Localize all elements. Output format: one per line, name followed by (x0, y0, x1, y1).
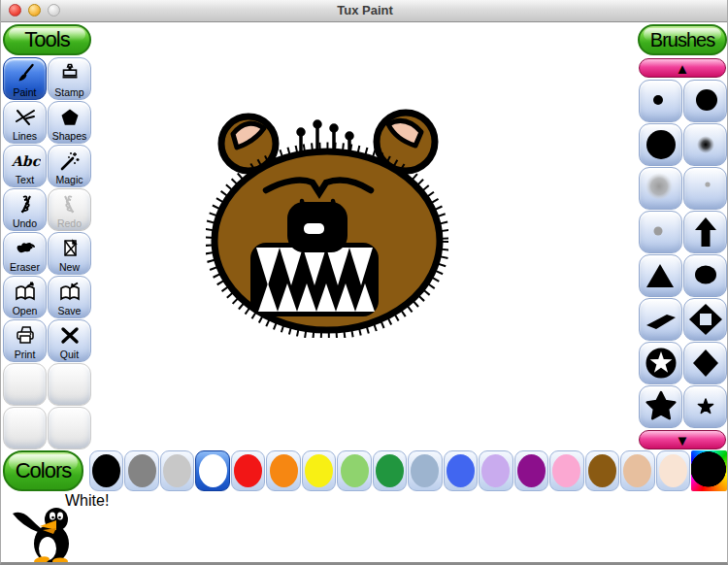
brush-dot-small-grey-icon (644, 216, 678, 249)
brush-blur-large-grey[interactable] (639, 167, 682, 210)
color-light-grey[interactable] (160, 450, 194, 491)
brush-triangle[interactable] (639, 254, 682, 297)
save-book-icon (57, 281, 83, 304)
color-pink[interactable] (549, 450, 583, 491)
brush-diamond-solid[interactable] (683, 342, 727, 384)
brush-dot-tiny-grey-icon (688, 172, 723, 205)
tool-label: Magic (49, 174, 90, 185)
color-yellow[interactable] (302, 450, 336, 491)
tool-slot-empty (3, 363, 47, 406)
brush-triangle-icon (644, 259, 678, 292)
brush-dot-small-icon (644, 84, 678, 117)
brushes-scroll-down-button[interactable]: ▼ (639, 430, 726, 449)
tool-label: Print (4, 349, 46, 360)
color-black[interactable] (89, 450, 123, 491)
tool-label: New (49, 261, 90, 273)
pentagon-icon (57, 106, 83, 129)
brush-blur-large-grey-icon (644, 172, 678, 205)
brush-arrow-up-icon (688, 216, 723, 249)
magic-wand-icon (57, 150, 83, 173)
brush-diamond-hollow-icon (688, 303, 723, 336)
tool-slot-empty (48, 363, 91, 406)
tool-text-button[interactable]: Abc Text (3, 145, 47, 187)
brush-slanted-bar-icon (644, 303, 678, 336)
tool-label: Paint (4, 86, 46, 98)
titlebar: Tux Paint (1, 0, 728, 22)
abc-text-icon: Abc (10, 150, 41, 173)
color-lavender[interactable] (479, 450, 513, 491)
tuxpaint-window: Tux Paint (0, 0, 728, 565)
color-dark-grey[interactable] (124, 450, 158, 491)
tools-panel-label: Tools (24, 27, 69, 52)
rainbow-color-picker[interactable] (691, 450, 727, 491)
tool-label: Shapes (49, 130, 90, 142)
tool-label: Undo (4, 217, 46, 229)
color-light-green[interactable] (337, 450, 371, 491)
tool-undo-button[interactable]: Undo (3, 188, 47, 231)
brush-diamond-solid-icon (688, 347, 723, 380)
tool-lines-button[interactable]: Lines (3, 101, 47, 144)
arrow-up-icon: ▲ (676, 61, 690, 76)
tool-paint-button[interactable]: Paint (3, 57, 47, 100)
brushes-scroll-up-button[interactable]: ▲ (639, 58, 726, 78)
brush-dot-xlarge-icon (644, 128, 678, 161)
paintbrush-icon (13, 62, 38, 85)
color-red[interactable] (231, 450, 265, 491)
color-blue[interactable] (444, 450, 478, 491)
brush-dot-fuzzy[interactable] (683, 123, 727, 166)
colors-panel-header: Colors (3, 450, 83, 491)
brush-dot-small-grey[interactable] (639, 211, 682, 253)
tool-label: Eraser (4, 261, 46, 273)
tool-redo-button[interactable]: Redo (48, 188, 91, 231)
tool-save-button[interactable]: Save (48, 276, 91, 318)
tool-label: Lines (4, 130, 46, 142)
brush-starfish[interactable] (639, 385, 682, 428)
tool-stamp-button[interactable]: Stamp (48, 57, 91, 100)
tool-eraser-button[interactable]: Eraser (3, 232, 47, 275)
brush-star-small[interactable] (683, 385, 727, 428)
brush-arrow-up[interactable] (683, 211, 727, 253)
eraser-icon (13, 237, 38, 260)
tux-mascot-image (5, 507, 90, 563)
brush-dot-xlarge[interactable] (639, 123, 682, 166)
brush-oval[interactable] (683, 254, 727, 297)
bear-drawing (206, 105, 448, 338)
tools-grid: Paint Stamp Lines Shapes (3, 57, 91, 449)
brush-star-in-circle-icon (644, 347, 678, 380)
tool-shapes-button[interactable]: Shapes (48, 101, 91, 144)
open-book-icon (13, 281, 38, 304)
drawing-canvas[interactable] (94, 22, 636, 449)
color-white-selected[interactable] (195, 450, 229, 491)
color-dark-green[interactable] (373, 450, 407, 491)
brush-dot-small[interactable] (639, 80, 682, 122)
brush-dot-large[interactable] (683, 80, 727, 122)
tool-new-button[interactable]: New (48, 232, 91, 275)
tool-slot-empty (48, 407, 91, 449)
quit-x-icon (57, 324, 83, 348)
brush-oval-icon (688, 259, 723, 292)
color-purple[interactable] (514, 450, 548, 491)
tool-quit-button[interactable]: Quit (48, 319, 91, 362)
new-page-icon (57, 237, 83, 260)
color-tan[interactable] (620, 450, 654, 491)
tool-print-button[interactable]: Print (3, 319, 47, 362)
tool-magic-button[interactable]: Magic (48, 145, 91, 187)
color-orange[interactable] (266, 450, 300, 491)
brushes-panel-header: Brushes (638, 24, 727, 55)
brush-diamond-hollow[interactable] (683, 298, 727, 341)
color-brown[interactable] (585, 450, 619, 491)
lines-icon (13, 106, 38, 129)
tool-label: Open (4, 305, 46, 316)
tool-label: Quit (49, 349, 90, 360)
brush-dot-tiny-grey[interactable] (683, 167, 727, 210)
undo-hand-icon (13, 193, 38, 216)
tool-open-button[interactable]: Open (3, 276, 47, 318)
brush-slanted-bar[interactable] (639, 298, 682, 341)
brushes-panel-label: Brushes (650, 29, 714, 51)
brush-dot-fuzzy-icon (688, 128, 723, 161)
color-grey-blue[interactable] (408, 450, 442, 491)
svg-text:Abc: Abc (11, 153, 41, 169)
brush-star-in-circle[interactable] (639, 342, 682, 384)
color-beige[interactable] (656, 450, 690, 491)
tool-slot-empty (3, 407, 47, 449)
